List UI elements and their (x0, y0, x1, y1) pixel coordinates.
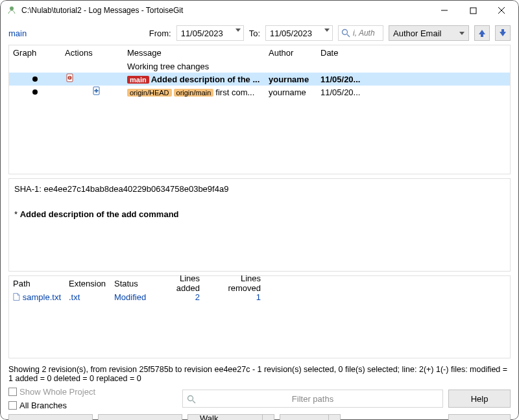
col-author[interactable]: Author (265, 48, 317, 58)
statistics-button[interactable]: Statistics (98, 414, 182, 420)
move-down-button[interactable] (495, 25, 511, 41)
from-label: From: (149, 29, 171, 38)
svg-line-6 (347, 34, 350, 37)
col-message[interactable]: Message (123, 48, 265, 58)
close-button[interactable] (487, 1, 516, 20)
author-search-input[interactable]: i, Auth (338, 25, 383, 41)
move-up-button[interactable] (474, 25, 490, 41)
log-grid[interactable]: Graph Actions Message Author Date Workin… (8, 45, 511, 174)
maximize-button[interactable] (459, 1, 487, 20)
files-pane[interactable]: Path Extension Status Lines added Lines … (8, 275, 511, 358)
modified-icon: ! (65, 73, 75, 84)
svg-line-12 (193, 401, 195, 403)
filter-paths-input[interactable]: Filter paths (182, 390, 443, 408)
log-row-selected[interactable]: ! mainAdded description of the ... yourn… (9, 73, 510, 86)
checkbox-icon (8, 388, 17, 396)
search-icon (341, 29, 350, 38)
ok-button[interactable]: OK (448, 414, 511, 420)
view-splitbutton[interactable]: View (280, 414, 341, 420)
svg-point-0 (10, 6, 14, 10)
commit-detail-pane[interactable]: SHA-1: ee4ee27c14bab8dea40229b0634758e03… (8, 178, 511, 272)
commit-message: Added description of the add command (20, 209, 179, 219)
file-icon (13, 292, 20, 301)
search-icon (187, 395, 196, 404)
chevron-down-icon (235, 29, 241, 32)
to-date-input[interactable]: 11/05/2023 (265, 25, 333, 41)
col-path[interactable]: Path (9, 279, 65, 288)
log-header-row: Graph Actions Message Author Date (9, 45, 510, 60)
app-icon (6, 5, 18, 16)
window-title: C:\Nulab\tutorial2 - Log Messages - Tort… (21, 6, 430, 15)
author-email-dropdown[interactable]: Author Email (389, 25, 469, 41)
col-graph[interactable]: Graph (9, 48, 61, 58)
branch-tag-origin-head: origin/HEAD (127, 89, 172, 97)
all-branches-checkbox[interactable]: All Branches (8, 401, 177, 410)
walk-behavior-dropdown[interactable] (263, 414, 274, 420)
svg-rect-2 (470, 8, 476, 14)
checkbox-icon (8, 401, 17, 410)
svg-point-5 (343, 30, 348, 35)
show-whole-project-checkbox[interactable]: Show Whole Project (8, 387, 177, 397)
status-line: Showing 2 revision(s), from revision 25f… (8, 362, 511, 383)
svg-point-11 (188, 396, 193, 401)
col-lines-added[interactable]: Lines added (153, 274, 204, 293)
col-status[interactable]: Status (110, 279, 153, 288)
chevron-down-icon (459, 32, 465, 35)
sha-value: ee4ee27c14bab8dea40229b0634758e03be9f4a9 (44, 184, 229, 194)
file-row[interactable]: sample.txt .txt Modified 2 1 (9, 290, 510, 303)
col-actions[interactable]: Actions (61, 48, 123, 58)
graph-node-icon (32, 76, 38, 82)
refresh-button[interactable]: Refresh (8, 414, 93, 420)
col-lines-removed[interactable]: Lines removed (204, 274, 265, 293)
titlebar[interactable]: C:\Nulab\tutorial2 - Log Messages - Tort… (1, 1, 518, 20)
branch-tag-origin-main: origin/main (174, 89, 214, 97)
log-row[interactable]: origin/HEADorigin/mainfirst com... yourn… (9, 86, 510, 99)
branch-tag-main: main (127, 76, 149, 84)
walk-behavior-splitbutton[interactable]: Walk Behavior (187, 414, 274, 420)
col-extension[interactable]: Extension (65, 279, 110, 288)
view-dropdown[interactable] (329, 414, 341, 420)
col-date[interactable]: Date (317, 48, 368, 58)
chevron-down-icon (324, 29, 330, 32)
to-label: To: (249, 29, 260, 38)
graph-node-icon (32, 89, 38, 95)
from-date-input[interactable]: 11/05/2023 (176, 25, 244, 41)
added-icon (91, 86, 102, 97)
branch-link[interactable]: main (8, 29, 27, 38)
working-tree-row[interactable]: Working tree changes (9, 60, 510, 73)
help-button[interactable]: Help (448, 390, 511, 408)
files-header-row: Path Extension Status Lines added Lines … (9, 276, 510, 290)
minimize-button[interactable] (430, 1, 459, 20)
